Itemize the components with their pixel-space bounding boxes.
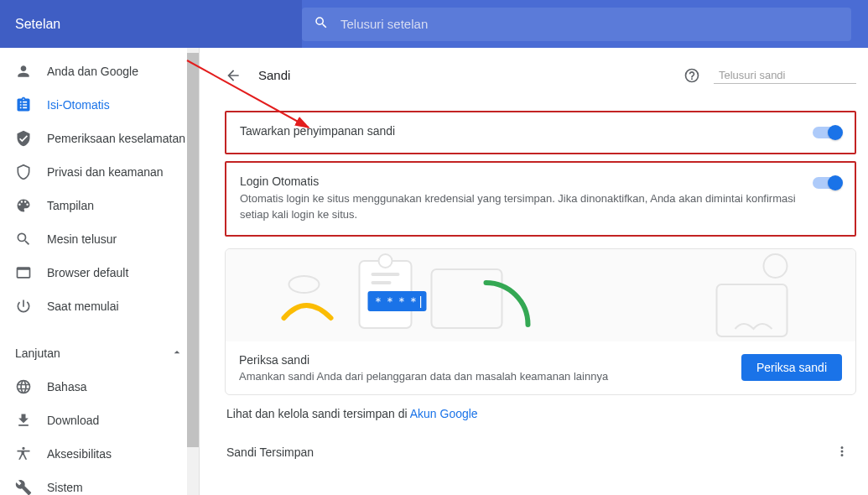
local-search-input[interactable]	[719, 69, 860, 81]
sidebar-item-autofill[interactable]: Isi-Otomatis	[0, 88, 199, 122]
sidebar: Anda dan Google Isi-Otomatis Pemeriksaan…	[0, 48, 200, 495]
sidebar-item-label: Download	[47, 414, 99, 427]
person-icon	[15, 63, 32, 80]
shield-check-icon	[15, 130, 32, 147]
setting-offer-save: Tawarkan penyimpanan sandi	[225, 111, 856, 154]
manage-link[interactable]: Akun Google	[410, 407, 478, 420]
check-passwords-button[interactable]: Periksa sandi	[741, 354, 842, 381]
saved-passwords-row: Sandi Tersimpan	[225, 432, 856, 478]
sidebar-item-label: Pemeriksaan keselamatan	[47, 132, 185, 145]
shield-icon	[15, 164, 32, 180]
check-sub: Amankan sandi Anda dari pelanggaran data…	[239, 370, 741, 383]
sidebar-item-privacy[interactable]: Privasi dan keamanan	[0, 155, 199, 189]
sidebar-item-you-google[interactable]: Anda dan Google	[0, 55, 199, 88]
main-content: Sandi Tawarkan penyimpanan sandi Login O…	[200, 48, 868, 495]
app-header: Setelan	[0, 0, 868, 48]
svg-rect-3	[372, 281, 392, 284]
app-title: Setelan	[0, 0, 302, 48]
illustration: ＊＊＊＊|	[226, 249, 855, 341]
more-menu[interactable]	[834, 444, 850, 461]
sidebar-item-label: Bahasa	[47, 380, 86, 393]
auto-signin-title: Login Otomatis	[240, 175, 799, 188]
svg-rect-6	[432, 269, 502, 328]
sidebar-item-label: Aksesibilitas	[47, 447, 112, 461]
sidebar-item-label: Mesin telusur	[47, 232, 117, 246]
sidebar-item-label: Anda dan Google	[47, 65, 138, 78]
sidebar-item-appearance[interactable]: Tampilan	[0, 189, 199, 222]
sidebar-item-label: Saat memulai	[47, 300, 119, 313]
browser-icon	[15, 264, 32, 281]
sidebar-item-label: Isi-Otomatis	[47, 98, 110, 112]
sidebar-item-language[interactable]: Bahasa	[0, 370, 199, 404]
sidebar-item-default-browser[interactable]: Browser default	[0, 256, 199, 289]
power-icon	[15, 298, 32, 315]
sidebar-scrollbar-thumb[interactable]	[187, 53, 199, 447]
sidebar-item-accessibility[interactable]: Aksesibilitas	[0, 437, 199, 471]
search-icon	[15, 231, 32, 248]
sidebar-advanced-toggle[interactable]: Lanjutan	[0, 336, 199, 370]
sidebar-item-label: Tampilan	[47, 199, 94, 212]
svg-point-7	[289, 276, 320, 293]
svg-point-1	[379, 254, 392, 268]
sidebar-item-system[interactable]: Sistem	[0, 471, 199, 495]
download-icon	[15, 412, 32, 429]
check-passwords-card: ＊＊＊＊| Periksa sandi Amankan sandi Anda d…	[225, 248, 856, 395]
check-title: Periksa sandi	[239, 353, 741, 367]
local-search[interactable]	[714, 66, 856, 84]
sidebar-item-search[interactable]: Mesin telusur	[0, 222, 199, 256]
help-icon[interactable]	[683, 67, 700, 84]
auto-signin-toggle[interactable]	[813, 177, 841, 189]
search-icon	[314, 15, 329, 33]
manage-prefix: Lihat dan kelola sandi tersimpan di	[226, 407, 410, 420]
sidebar-advanced-label: Lanjutan	[15, 346, 60, 360]
sidebar-item-label: Privasi dan keamanan	[47, 165, 164, 179]
accessibility-icon	[15, 446, 32, 462]
back-arrow-icon[interactable]	[225, 67, 242, 84]
sidebar-item-download[interactable]: Download	[0, 404, 199, 437]
page-header: Sandi	[225, 66, 856, 84]
global-search[interactable]	[302, 8, 851, 41]
offer-save-toggle[interactable]	[813, 127, 841, 138]
page-title: Sandi	[258, 68, 683, 82]
more-vert-icon	[834, 444, 850, 459]
setting-auto-signin: Login Otomatis Otomatis login ke situs m…	[225, 161, 856, 237]
svg-text:＊＊＊＊|: ＊＊＊＊|	[372, 294, 423, 308]
auto-signin-sub: Otomatis login ke situs menggunakan kred…	[240, 191, 799, 223]
global-search-input[interactable]	[340, 17, 839, 31]
clipboard-icon	[15, 96, 32, 113]
sidebar-item-label: Sistem	[47, 481, 83, 494]
saved-title: Sandi Tersimpan	[226, 446, 834, 459]
svg-rect-8	[717, 284, 787, 336]
wrench-icon	[15, 479, 32, 495]
chevron-up-icon	[170, 346, 184, 362]
palette-icon	[15, 197, 32, 214]
svg-point-9	[764, 254, 787, 278]
manage-row: Lihat dan kelola sandi tersimpan di Akun…	[225, 395, 856, 432]
svg-rect-2	[372, 273, 400, 276]
offer-save-title: Tawarkan penyimpanan sandi	[240, 124, 799, 138]
sidebar-item-startup[interactable]: Saat memulai	[0, 289, 199, 323]
sidebar-item-label: Browser default	[47, 266, 128, 279]
sidebar-item-safety[interactable]: Pemeriksaan keselamatan	[0, 122, 199, 155]
globe-icon	[15, 378, 32, 395]
